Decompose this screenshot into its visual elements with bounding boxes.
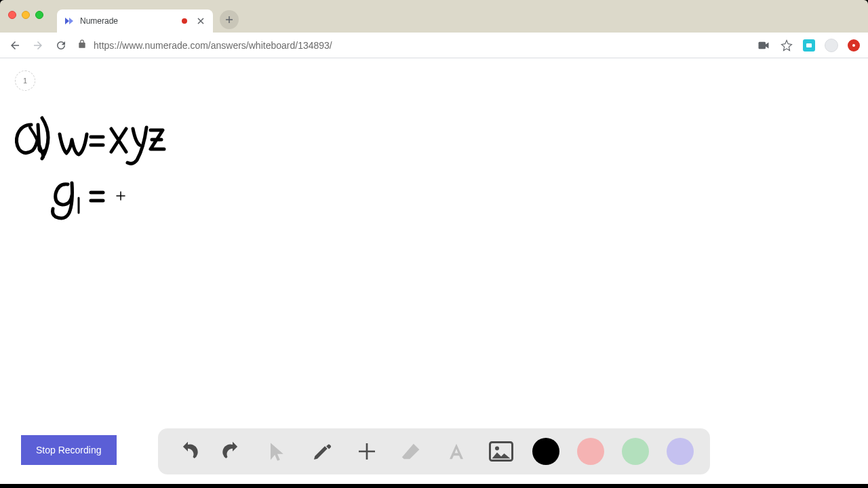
undo-button[interactable] bbox=[174, 438, 201, 465]
plus-tool[interactable] bbox=[353, 438, 380, 465]
titlebar: Numerade bbox=[0, 0, 868, 33]
image-tool[interactable] bbox=[488, 438, 515, 465]
svg-rect-1 bbox=[806, 43, 812, 47]
color-black[interactable] bbox=[532, 438, 559, 465]
urlbar[interactable]: https://www.numerade.com/answers/whitebo… bbox=[77, 39, 747, 51]
extension-teal-icon[interactable] bbox=[803, 39, 815, 52]
redo-button[interactable] bbox=[219, 438, 246, 465]
window-close-button[interactable] bbox=[8, 11, 16, 19]
svg-rect-0 bbox=[759, 41, 766, 49]
tab-close-button[interactable] bbox=[195, 16, 206, 26]
page-content: 1 bbox=[0, 58, 868, 484]
whiteboard-canvas[interactable] bbox=[0, 58, 868, 484]
tab-favicon-icon bbox=[64, 16, 75, 26]
urlbar-row: https://www.numerade.com/answers/whitebo… bbox=[0, 33, 868, 58]
browser-window: Numerade https://www.numerade.co bbox=[0, 0, 868, 488]
extension-red-icon[interactable] bbox=[848, 39, 860, 52]
pen-tool[interactable] bbox=[309, 438, 336, 465]
reload-button[interactable] bbox=[54, 39, 68, 52]
browser-tab[interactable]: Numerade bbox=[57, 9, 213, 33]
star-icon[interactable] bbox=[780, 39, 793, 52]
profile-avatar[interactable] bbox=[825, 39, 838, 52]
text-tool[interactable] bbox=[443, 438, 470, 465]
color-purple[interactable] bbox=[667, 438, 694, 465]
new-tab-button[interactable] bbox=[220, 10, 239, 29]
recording-indicator-icon bbox=[182, 18, 187, 24]
url-text: https://www.numerade.com/answers/whitebo… bbox=[94, 40, 332, 51]
pointer-tool[interactable] bbox=[264, 438, 291, 465]
window-zoom-button[interactable] bbox=[35, 11, 43, 19]
forward-button[interactable] bbox=[31, 39, 45, 52]
color-green[interactable] bbox=[622, 438, 649, 465]
whiteboard-toolbar bbox=[158, 428, 710, 474]
window-controls bbox=[8, 11, 43, 19]
camera-icon[interactable] bbox=[757, 39, 770, 52]
eraser-tool[interactable] bbox=[398, 438, 425, 465]
svg-point-4 bbox=[495, 447, 499, 451]
urlbar-right-icons bbox=[757, 39, 860, 52]
tab-title: Numerade bbox=[80, 16, 176, 26]
tabs-row: Numerade bbox=[57, 0, 239, 33]
window-minimize-button[interactable] bbox=[22, 11, 30, 19]
color-pink[interactable] bbox=[577, 438, 604, 465]
svg-point-2 bbox=[852, 44, 855, 47]
back-button[interactable] bbox=[8, 39, 22, 52]
stop-recording-button[interactable]: Stop Recording bbox=[21, 435, 117, 465]
lock-icon bbox=[77, 39, 87, 51]
bottom-border bbox=[0, 484, 868, 488]
